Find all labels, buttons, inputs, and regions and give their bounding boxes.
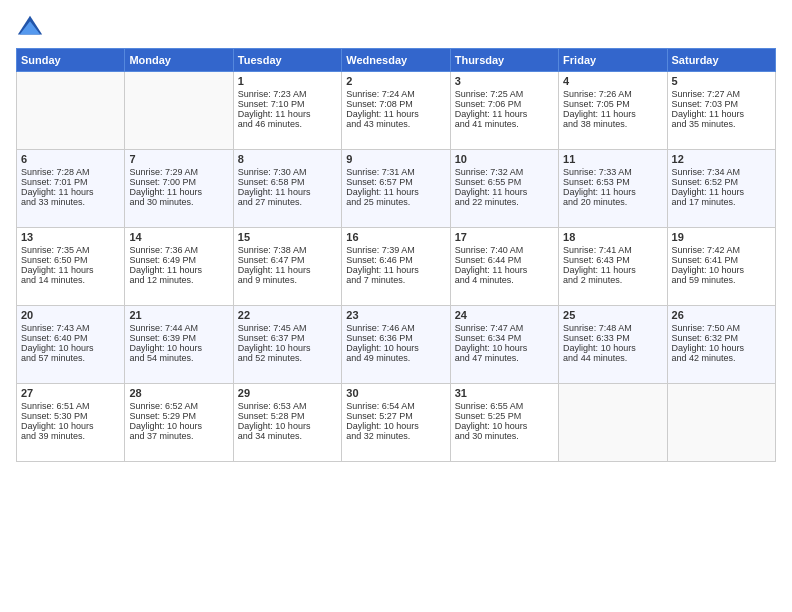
- cell-info-line: Sunset: 6:49 PM: [129, 255, 228, 265]
- cell-info-line: Sunset: 6:47 PM: [238, 255, 337, 265]
- cell-info-line: Daylight: 10 hours: [238, 421, 337, 431]
- cell-info-line: Sunrise: 7:31 AM: [346, 167, 445, 177]
- calendar-cell: 11Sunrise: 7:33 AMSunset: 6:53 PMDayligh…: [559, 150, 667, 228]
- cell-info-line: and 41 minutes.: [455, 119, 554, 129]
- day-number: 26: [672, 309, 771, 321]
- calendar-cell: 27Sunrise: 6:51 AMSunset: 5:30 PMDayligh…: [17, 384, 125, 462]
- cell-info-line: Sunrise: 7:44 AM: [129, 323, 228, 333]
- day-number: 1: [238, 75, 337, 87]
- cell-info-line: and 44 minutes.: [563, 353, 662, 363]
- cell-info-line: Sunset: 6:46 PM: [346, 255, 445, 265]
- cell-info-line: and 14 minutes.: [21, 275, 120, 285]
- cell-info-line: Sunrise: 7:38 AM: [238, 245, 337, 255]
- day-number: 28: [129, 387, 228, 399]
- calendar-cell: 21Sunrise: 7:44 AMSunset: 6:39 PMDayligh…: [125, 306, 233, 384]
- day-number: 29: [238, 387, 337, 399]
- cell-info-line: Daylight: 11 hours: [455, 109, 554, 119]
- day-number: 31: [455, 387, 554, 399]
- day-number: 17: [455, 231, 554, 243]
- cell-info-line: Sunrise: 6:51 AM: [21, 401, 120, 411]
- calendar-header-row: SundayMondayTuesdayWednesdayThursdayFrid…: [17, 49, 776, 72]
- day-number: 22: [238, 309, 337, 321]
- cell-info-line: Sunrise: 7:50 AM: [672, 323, 771, 333]
- cell-info-line: and 25 minutes.: [346, 197, 445, 207]
- calendar-cell: 3Sunrise: 7:25 AMSunset: 7:06 PMDaylight…: [450, 72, 558, 150]
- cell-info-line: Daylight: 10 hours: [455, 421, 554, 431]
- day-number: 30: [346, 387, 445, 399]
- weekday-header: Tuesday: [233, 49, 341, 72]
- cell-info-line: and 57 minutes.: [21, 353, 120, 363]
- cell-info-line: and 27 minutes.: [238, 197, 337, 207]
- calendar-cell: 8Sunrise: 7:30 AMSunset: 6:58 PMDaylight…: [233, 150, 341, 228]
- page-header: [16, 12, 776, 40]
- cell-info-line: Sunset: 6:57 PM: [346, 177, 445, 187]
- cell-info-line: Daylight: 10 hours: [129, 421, 228, 431]
- day-number: 15: [238, 231, 337, 243]
- day-number: 4: [563, 75, 662, 87]
- cell-info-line: Sunset: 6:50 PM: [21, 255, 120, 265]
- cell-info-line: Daylight: 11 hours: [129, 265, 228, 275]
- day-number: 7: [129, 153, 228, 165]
- cell-info-line: Sunrise: 7:33 AM: [563, 167, 662, 177]
- cell-info-line: Sunrise: 7:25 AM: [455, 89, 554, 99]
- cell-info-line: Sunrise: 7:26 AM: [563, 89, 662, 99]
- cell-info-line: Daylight: 10 hours: [672, 265, 771, 275]
- cell-info-line: and 30 minutes.: [129, 197, 228, 207]
- calendar-cell: 28Sunrise: 6:52 AMSunset: 5:29 PMDayligh…: [125, 384, 233, 462]
- cell-info-line: Daylight: 11 hours: [238, 109, 337, 119]
- cell-info-line: Sunset: 6:43 PM: [563, 255, 662, 265]
- cell-info-line: Sunset: 7:00 PM: [129, 177, 228, 187]
- calendar-week-row: 6Sunrise: 7:28 AMSunset: 7:01 PMDaylight…: [17, 150, 776, 228]
- cell-info-line: Sunrise: 6:53 AM: [238, 401, 337, 411]
- calendar-cell: 5Sunrise: 7:27 AMSunset: 7:03 PMDaylight…: [667, 72, 775, 150]
- day-number: 12: [672, 153, 771, 165]
- cell-info-line: Daylight: 11 hours: [346, 109, 445, 119]
- calendar-week-row: 13Sunrise: 7:35 AMSunset: 6:50 PMDayligh…: [17, 228, 776, 306]
- cell-info-line: Sunrise: 7:29 AM: [129, 167, 228, 177]
- day-number: 9: [346, 153, 445, 165]
- calendar-cell: 23Sunrise: 7:46 AMSunset: 6:36 PMDayligh…: [342, 306, 450, 384]
- cell-info-line: Sunrise: 7:24 AM: [346, 89, 445, 99]
- day-number: 10: [455, 153, 554, 165]
- cell-info-line: Daylight: 11 hours: [455, 265, 554, 275]
- calendar-cell: 9Sunrise: 7:31 AMSunset: 6:57 PMDaylight…: [342, 150, 450, 228]
- cell-info-line: Daylight: 11 hours: [21, 265, 120, 275]
- day-number: 25: [563, 309, 662, 321]
- cell-info-line: Daylight: 10 hours: [129, 343, 228, 353]
- cell-info-line: Daylight: 11 hours: [563, 109, 662, 119]
- day-number: 14: [129, 231, 228, 243]
- calendar-week-row: 27Sunrise: 6:51 AMSunset: 5:30 PMDayligh…: [17, 384, 776, 462]
- cell-info-line: Sunset: 5:28 PM: [238, 411, 337, 421]
- cell-info-line: Daylight: 10 hours: [346, 343, 445, 353]
- calendar-cell: 20Sunrise: 7:43 AMSunset: 6:40 PMDayligh…: [17, 306, 125, 384]
- cell-info-line: and 54 minutes.: [129, 353, 228, 363]
- cell-info-line: Daylight: 11 hours: [672, 187, 771, 197]
- cell-info-line: Sunrise: 6:52 AM: [129, 401, 228, 411]
- cell-info-line: Sunset: 6:34 PM: [455, 333, 554, 343]
- day-number: 8: [238, 153, 337, 165]
- calendar-cell: 22Sunrise: 7:45 AMSunset: 6:37 PMDayligh…: [233, 306, 341, 384]
- calendar-cell: [559, 384, 667, 462]
- cell-info-line: Daylight: 11 hours: [21, 187, 120, 197]
- cell-info-line: Sunset: 6:52 PM: [672, 177, 771, 187]
- day-number: 11: [563, 153, 662, 165]
- cell-info-line: Sunrise: 7:43 AM: [21, 323, 120, 333]
- cell-info-line: and 17 minutes.: [672, 197, 771, 207]
- calendar-cell: 17Sunrise: 7:40 AMSunset: 6:44 PMDayligh…: [450, 228, 558, 306]
- cell-info-line: Daylight: 11 hours: [455, 187, 554, 197]
- cell-info-line: Sunrise: 7:48 AM: [563, 323, 662, 333]
- day-number: 16: [346, 231, 445, 243]
- cell-info-line: Sunset: 6:33 PM: [563, 333, 662, 343]
- calendar-cell: [125, 72, 233, 150]
- cell-info-line: Sunrise: 7:23 AM: [238, 89, 337, 99]
- cell-info-line: Sunset: 6:39 PM: [129, 333, 228, 343]
- cell-info-line: Daylight: 10 hours: [21, 343, 120, 353]
- calendar-cell: 19Sunrise: 7:42 AMSunset: 6:41 PMDayligh…: [667, 228, 775, 306]
- cell-info-line: and 2 minutes.: [563, 275, 662, 285]
- cell-info-line: Daylight: 11 hours: [346, 265, 445, 275]
- cell-info-line: Sunset: 7:05 PM: [563, 99, 662, 109]
- cell-info-line: Sunset: 6:36 PM: [346, 333, 445, 343]
- calendar-cell: 18Sunrise: 7:41 AMSunset: 6:43 PMDayligh…: [559, 228, 667, 306]
- calendar-cell: 30Sunrise: 6:54 AMSunset: 5:27 PMDayligh…: [342, 384, 450, 462]
- cell-info-line: Daylight: 11 hours: [346, 187, 445, 197]
